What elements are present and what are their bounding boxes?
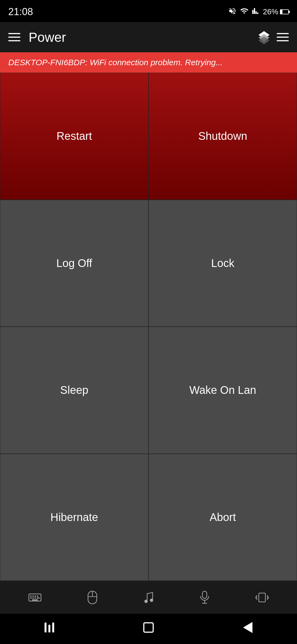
- svg-rect-18: [202, 591, 207, 598]
- svg-rect-11: [37, 597, 38, 599]
- back-icon: [243, 622, 252, 633]
- back-button[interactable]: [243, 622, 252, 633]
- abort-button[interactable]: Abort: [148, 454, 297, 581]
- status-bar: 21:08 26%: [0, 0, 297, 22]
- lock-button[interactable]: Lock: [148, 200, 297, 327]
- svg-rect-6: [35, 596, 36, 597]
- shutdown-button[interactable]: Shutdown: [148, 73, 297, 200]
- app-bar-title: Power: [29, 30, 257, 45]
- app-bar: Power: [0, 22, 297, 52]
- svg-rect-10: [35, 597, 36, 599]
- battery-container: 26%: [263, 7, 289, 16]
- svg-rect-13: [32, 599, 38, 601]
- power-grid: Restart Shutdown Log Off Lock Sleep Wake…: [0, 73, 297, 581]
- battery-icon: [280, 9, 289, 14]
- recent-apps-button[interactable]: [45, 623, 54, 632]
- home-icon: [143, 622, 154, 633]
- svg-point-17: [150, 599, 153, 602]
- nav-bar: [0, 614, 297, 644]
- restart-button[interactable]: Restart: [0, 73, 148, 200]
- home-button[interactable]: [143, 622, 154, 633]
- recent-apps-icon: [45, 623, 54, 632]
- logoff-button[interactable]: Log Off: [0, 200, 148, 327]
- svg-rect-12: [38, 597, 40, 599]
- options-menu-icon[interactable]: [277, 33, 289, 41]
- mouse-icon[interactable]: [87, 591, 98, 604]
- keyboard-icon[interactable]: [28, 592, 42, 603]
- svg-rect-4: [30, 596, 32, 597]
- wake-on-lan-button[interactable]: Wake On Lan: [148, 327, 297, 454]
- bottom-toolbar: [0, 581, 297, 614]
- status-icons: 26%: [228, 7, 289, 17]
- layers-icon[interactable]: [257, 30, 271, 44]
- svg-rect-21: [259, 593, 265, 602]
- svg-rect-9: [32, 597, 34, 599]
- hibernate-button[interactable]: Hibernate: [0, 454, 148, 581]
- svg-rect-7: [37, 596, 38, 597]
- error-message: DESKTOP-FNI6BDP: WiFi connection problem…: [8, 58, 222, 67]
- error-banner: DESKTOP-FNI6BDP: WiFi connection problem…: [0, 52, 297, 73]
- microphone-icon[interactable]: [199, 591, 210, 604]
- status-time: 21:08: [8, 6, 33, 18]
- svg-rect-8: [30, 597, 32, 599]
- mute-icon: [228, 7, 237, 17]
- music-icon[interactable]: [143, 591, 154, 604]
- sleep-button[interactable]: Sleep: [0, 327, 148, 454]
- wifi-icon: [240, 7, 249, 17]
- svg-point-16: [144, 600, 148, 603]
- signal-icon: [252, 7, 260, 17]
- svg-rect-5: [32, 596, 34, 597]
- hamburger-menu-icon[interactable]: [8, 33, 20, 41]
- battery-percent: 26%: [263, 7, 278, 16]
- vibrate-icon[interactable]: [255, 591, 269, 604]
